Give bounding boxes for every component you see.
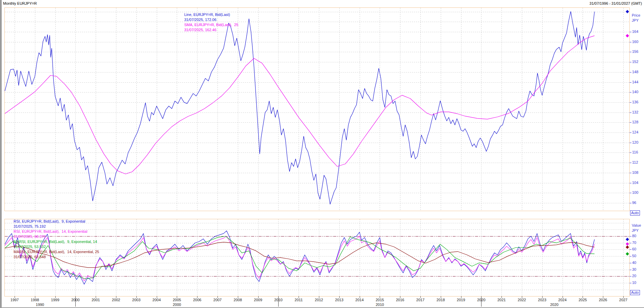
last-value-marker-icon [626, 252, 629, 255]
decade-label: 2000 [173, 303, 181, 307]
decade-label: 2020 [550, 303, 558, 307]
year-label: 2026 [599, 298, 607, 302]
last-value-marker-icon [626, 34, 629, 37]
year-label: 2021 [497, 298, 506, 302]
value-tick-label: 20 [632, 274, 636, 278]
year-label: 2018 [437, 298, 445, 302]
price-axis-auto-button[interactable]: Auto [630, 210, 640, 215]
axis-title-line: JPY [632, 228, 641, 233]
legend-line: MARSI, EURJPY=R, Bid(Last), 14, Exponent… [14, 249, 99, 254]
axis-tick-marks [629, 32, 631, 283]
price-tick-label: 120 [632, 140, 638, 144]
axis-title-line: JPY [632, 18, 640, 23]
price-tick-label: 124 [632, 130, 638, 134]
value-axis-auto-button[interactable]: Auto [630, 290, 640, 295]
year-label: 1998 [31, 298, 39, 302]
price-tick-label: 96 [632, 201, 636, 205]
year-label: 2020 [477, 298, 485, 302]
value-tick-label: 10 [632, 281, 636, 285]
year-label: 2006 [193, 298, 201, 302]
last-value-marker-icon [626, 238, 629, 241]
legend-line: MARSI, EURJPY=R, Bid(Last), 9, Exponenti… [14, 239, 99, 244]
decade-label: 2010 [376, 303, 384, 307]
year-label: 2017 [416, 298, 424, 302]
price-tick-label: 112 [632, 160, 638, 164]
price-tick-label: 108 [632, 170, 638, 174]
year-label: 2009 [254, 298, 262, 302]
legend-line: 31/07/2025, 172.06 [184, 17, 238, 22]
price-tick-label: 160 [632, 40, 638, 44]
legend-line: 31/07/2025, 68.370 [14, 234, 99, 239]
price-tick-label: 148 [632, 70, 638, 74]
legend-line: SMA, EURJPY=R, Bid(Last), 25 [184, 22, 238, 27]
chart-title: Monthly EURJPY=R [3, 1, 37, 5]
year-label: 2022 [518, 298, 526, 302]
series-line-eurjpy-r-bid-last- [5, 12, 594, 204]
last-value-marker-icon [626, 10, 629, 13]
year-label: 2011 [295, 298, 303, 302]
legend-line: 31/07/2025, 63.548 [14, 254, 99, 260]
price-tick-label: 116 [632, 150, 638, 154]
decade-label: 1990 [36, 303, 44, 307]
value-tick-label: 60 [632, 247, 636, 251]
price-legend[interactable]: Line, EURJPY=R, Bid(Last)31/07/2025, 172… [184, 12, 238, 33]
legend-line: Line, EURJPY=R, Bid(Last) [184, 12, 238, 17]
year-label: 1999 [51, 298, 59, 302]
year-label: 2015 [376, 298, 384, 302]
chart-canvas [0, 0, 644, 308]
year-label: 2019 [457, 298, 465, 302]
year-label: 2014 [355, 298, 363, 302]
price-tick-label: 144 [632, 80, 638, 84]
year-label: 2007 [213, 298, 222, 302]
legend-line: 31/07/2025, 162.46 [184, 27, 238, 33]
year-label: 2012 [315, 298, 323, 302]
axis-title-line: Price [632, 13, 640, 18]
value-tick-label: 30 [632, 267, 636, 271]
last-value-marker-icon [626, 245, 629, 249]
year-label: 2003 [132, 298, 140, 302]
legend-line: 31/07/2025, 53.532 [14, 244, 99, 249]
axis-title-line: Value [632, 223, 641, 228]
price-tick-label: 140 [632, 90, 638, 94]
year-label: 2025 [579, 298, 587, 302]
legend-line: 31/07/2025, 75.192 [14, 224, 99, 229]
year-label: 2023 [538, 298, 546, 302]
value-tick-label: 40 [632, 261, 636, 265]
year-label: 2027 [619, 298, 627, 302]
price-tick-label: 156 [632, 49, 638, 54]
price-axis-title: PriceJPY [632, 13, 640, 23]
price-tick-label: 164 [632, 29, 638, 34]
year-label: 2001 [92, 298, 100, 302]
series-sma-eurjpy-r-bid-last-25 [5, 36, 594, 174]
year-label: 2008 [234, 298, 242, 302]
year-label: 2005 [173, 298, 181, 302]
price-tick-label: 152 [632, 60, 638, 64]
year-label: 2010 [274, 298, 282, 302]
date-range: 31/07/1996 - 31/01/2027 (GMT) [589, 1, 642, 5]
value-tick-label: 50 [632, 254, 636, 258]
year-label: 2004 [152, 298, 160, 302]
year-label: 1997 [11, 298, 19, 302]
price-tick-label: 128 [632, 120, 638, 124]
price-tick-label: 104 [632, 181, 638, 185]
value-tick-label: 70 [632, 241, 636, 245]
price-tick-label: 100 [632, 190, 638, 194]
year-label: 2002 [112, 298, 120, 302]
year-label: 2024 [558, 298, 566, 302]
last-value-marker-icon [626, 242, 629, 246]
price-tick-label: 136 [632, 100, 638, 104]
rsi-legend[interactable]: RSI, EURJPY=R, Bid(Last), 9, Exponential… [14, 219, 99, 260]
year-label: 2013 [335, 298, 343, 302]
year-label: 2000 [71, 298, 79, 302]
price-tick-label: 132 [632, 110, 638, 114]
value-axis-title: ValueJPY [632, 223, 641, 233]
legend-line: RSI, EURJPY=R, Bid(Last), 9, Exponential [14, 219, 99, 224]
value-tick-label: 80 [632, 234, 636, 238]
year-label: 2016 [396, 298, 404, 302]
legend-line: RSI, EURJPY=R, Bid(Last), 14, Exponentia… [14, 229, 99, 234]
